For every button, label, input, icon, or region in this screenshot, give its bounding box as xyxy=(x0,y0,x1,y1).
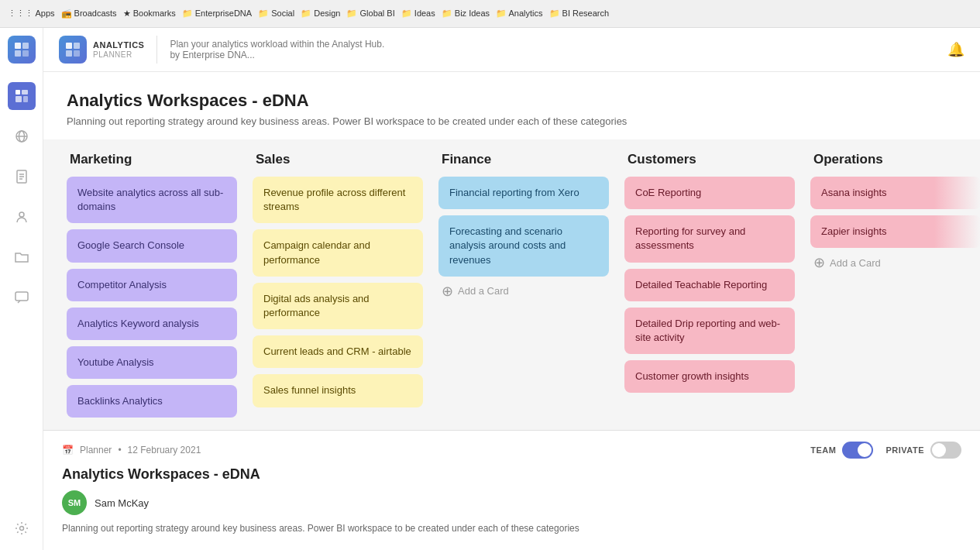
private-toggle[interactable] xyxy=(930,442,961,459)
bottom-panel: 📅 Planner • 12 February 2021 TEAM PRIVAT… xyxy=(43,430,980,550)
card-sales-funnel[interactable]: Sales funnel insights xyxy=(253,374,423,407)
biresearch-bookmark[interactable]: 📁 BI Research xyxy=(549,9,610,19)
sidebar xyxy=(0,28,43,550)
design-bookmark[interactable]: 📁 Design xyxy=(301,9,340,19)
private-toggle-label: PRIVATE xyxy=(885,445,924,455)
team-toggle[interactable] xyxy=(842,442,873,459)
svg-point-15 xyxy=(19,212,24,217)
app-logo-text: ANALYTICS xyxy=(93,40,144,50)
svg-rect-4 xyxy=(15,90,20,95)
svg-rect-2 xyxy=(15,50,21,57)
svg-rect-6 xyxy=(15,96,22,102)
operations-cards: Asana insights Zapier insights xyxy=(810,177,980,248)
card-drip-reporting[interactable]: Detailed Drip reporting and web-site act… xyxy=(624,308,795,354)
sidebar-item-globe[interactable] xyxy=(8,122,36,150)
page-title: Analytics Workspaces - eDNA xyxy=(67,91,957,111)
author-name: Sam McKay xyxy=(95,497,149,509)
card-teachable[interactable]: Detailed Teachable Reporting xyxy=(624,269,795,301)
svg-rect-1 xyxy=(22,43,29,49)
planner-label: Planner xyxy=(80,445,112,455)
app-logo-icon xyxy=(59,36,87,64)
customers-cards: CoE Reporting Reporting for survey and a… xyxy=(624,177,795,393)
kanban-board: Marketing Website analytics across all s… xyxy=(43,139,980,430)
sidebar-item-chat[interactable] xyxy=(8,284,36,311)
private-toggle-item: PRIVATE xyxy=(885,442,961,459)
bizideas-bookmark[interactable]: 📁 Biz Ideas xyxy=(442,9,490,19)
svg-rect-16 xyxy=(15,292,28,301)
toggle-group: TEAM PRIVATE xyxy=(810,442,961,459)
analytics-bookmark[interactable]: 📁 Analytics xyxy=(496,9,542,19)
card-zapier[interactable]: Zapier insights xyxy=(810,215,980,248)
page-body: Analytics Workspaces - eDNA Planning out… xyxy=(43,72,980,550)
sidebar-item-profile[interactable] xyxy=(8,203,36,231)
card-customer-growth[interactable]: Customer growth insights xyxy=(624,360,795,393)
enterprisedna-bookmark[interactable]: 📁 EnterpriseDNA xyxy=(182,9,252,19)
column-customers: Customers CoE Reporting Reporting for su… xyxy=(624,152,795,418)
add-card-icon-ops: ⊕ xyxy=(813,254,825,271)
card-google-search-console[interactable]: Google Search Console xyxy=(67,229,237,262)
card-website-analytics[interactable]: Website analytics across all sub-domains xyxy=(67,177,237,223)
card-coe-reporting[interactable]: CoE Reporting xyxy=(624,177,795,209)
meta-dot: • xyxy=(118,445,121,455)
social-bookmark[interactable]: 📁 Social xyxy=(258,9,294,19)
calendar-icon: 📅 xyxy=(62,445,74,455)
sidebar-item-document[interactable] xyxy=(8,163,36,191)
bookmarks-bookmark[interactable]: ★ Bookmarks xyxy=(123,9,176,19)
finance-add-card[interactable]: ⊕ Add a Card xyxy=(438,277,609,306)
globalbi-bookmark[interactable]: 📁 Global BI xyxy=(346,9,394,19)
add-card-label-ops: Add a Card xyxy=(830,257,881,269)
sidebar-logo xyxy=(8,36,36,64)
card-forecasting[interactable]: Forecasting and scenario analysis around… xyxy=(438,215,609,277)
column-customers-header: Customers xyxy=(624,152,795,167)
app-logo-area: ANALYTICS PLANNER xyxy=(59,36,144,64)
marketing-cards: Website analytics across all sub-domains… xyxy=(67,177,237,418)
column-marketing-header: Marketing xyxy=(67,152,237,167)
finance-cards: Financial reporting from Xero Forecastin… xyxy=(438,177,609,277)
column-sales: Sales Revenue profile across different s… xyxy=(253,152,423,418)
column-finance-header: Finance xyxy=(438,152,609,167)
browser-bar: ⋮⋮⋮ Apps 📻 Broadcasts ★ Bookmarks 📁 Ente… xyxy=(0,0,980,28)
card-youtube-analysis[interactable]: Youtube Analysis xyxy=(67,346,237,379)
card-keyword-analysis[interactable]: Analytics Keyword analysis xyxy=(67,308,237,340)
app-tagline-line1: Plan your analytics workload within the … xyxy=(170,39,384,50)
svg-rect-3 xyxy=(22,50,29,57)
svg-rect-0 xyxy=(15,43,21,49)
notification-bell[interactable]: 🔔 xyxy=(947,41,965,58)
svg-rect-19 xyxy=(74,43,80,49)
ideas-bookmark[interactable]: 📁 Ideas xyxy=(401,9,435,19)
card-financial-reporting[interactable]: Financial reporting from Xero xyxy=(438,177,609,209)
column-finance: Finance Financial reporting from Xero Fo… xyxy=(438,152,609,418)
column-marketing: Marketing Website analytics across all s… xyxy=(67,152,237,418)
column-operations-header: Operations xyxy=(810,152,980,167)
card-campaign-calendar[interactable]: Campaign calendar and performance xyxy=(253,229,423,276)
sidebar-item-folder[interactable] xyxy=(8,243,36,271)
bottom-panel-author: SM Sam McKay xyxy=(62,490,961,515)
operations-add-card[interactable]: ⊕ Add a Card xyxy=(810,248,980,277)
broadcasts-bookmark[interactable]: 📻 Broadcasts xyxy=(61,9,117,19)
card-current-leads[interactable]: Current leads and CRM - airtable xyxy=(253,335,423,368)
app-logo-sub: PLANNER xyxy=(93,50,144,59)
page-header: Analytics Workspaces - eDNA Planning out… xyxy=(43,72,980,139)
sales-cards: Revenue profile across different streams… xyxy=(253,177,423,407)
svg-rect-18 xyxy=(66,43,72,49)
column-operations: Operations Asana insights Zapier insight… xyxy=(810,152,980,418)
sidebar-item-settings[interactable] xyxy=(8,514,36,542)
page-subtitle: Planning out reporting strategy around k… xyxy=(67,115,957,127)
header-divider xyxy=(156,36,157,64)
svg-point-17 xyxy=(19,527,23,531)
card-revenue-profile[interactable]: Revenue profile across different streams xyxy=(253,177,423,223)
add-card-label: Add a Card xyxy=(458,285,509,297)
card-digital-ads[interactable]: Digital ads analysis and performance xyxy=(253,283,423,329)
app-header: ANALYTICS PLANNER Plan your analytics wo… xyxy=(43,28,980,72)
author-avatar: SM xyxy=(62,490,87,515)
sidebar-item-dashboard[interactable] xyxy=(8,82,36,110)
svg-rect-20 xyxy=(66,50,72,57)
card-survey-reporting[interactable]: Reporting for survey and assessments xyxy=(624,215,795,262)
apps-label[interactable]: ⋮⋮⋮ Apps xyxy=(8,9,55,19)
card-backlinks[interactable]: Backlinks Analytics xyxy=(67,385,237,418)
team-toggle-item: TEAM xyxy=(810,442,873,459)
card-competitor-analysis[interactable]: Competitor Analysis xyxy=(67,269,237,301)
bottom-panel-meta: 📅 Planner • 12 February 2021 xyxy=(62,445,201,455)
svg-rect-5 xyxy=(22,90,28,95)
card-asana[interactable]: Asana insights xyxy=(810,177,980,209)
